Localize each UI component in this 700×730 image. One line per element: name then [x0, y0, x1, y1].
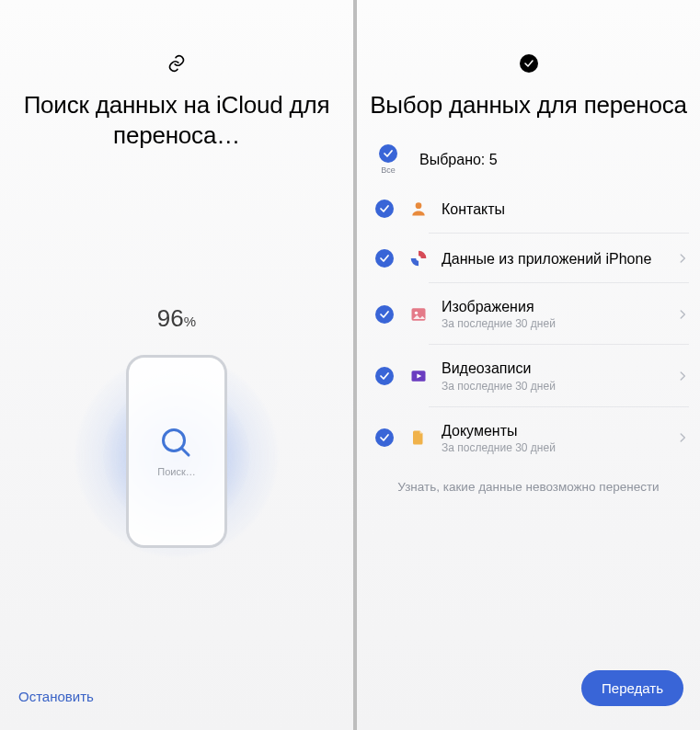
- svg-point-0: [416, 203, 422, 210]
- select-all-checkbox[interactable]: [379, 144, 397, 163]
- documents-icon: [408, 428, 429, 448]
- item-sub: За последние 30 дней: [442, 317, 663, 330]
- item-title: Документы: [442, 422, 663, 439]
- item-title: Данные из приложений iPhone: [442, 250, 663, 268]
- data-list: Контакты Данные из приложений iPhone: [357, 184, 700, 469]
- item-title: Видеозаписи: [442, 359, 663, 377]
- cannot-transfer-link[interactable]: Узнать, какие данные невозможно перенест…: [357, 480, 700, 494]
- checkbox-documents[interactable]: [375, 428, 394, 447]
- screen-search: Поиск данных на iCloud для переноса… 96%…: [0, 0, 353, 730]
- checkbox-videos[interactable]: [375, 367, 394, 385]
- progress-number: 96: [157, 304, 184, 332]
- screen-select-data: Выбор данных для переноса Все Выбрано: 5…: [357, 0, 700, 730]
- list-item-images[interactable]: Изображения За последние 30 дней: [357, 283, 700, 345]
- device-illustration: Поиск…: [75, 355, 278, 557]
- check-top-icon: [519, 53, 539, 74]
- chevron-right-icon: [676, 431, 689, 444]
- stop-button[interactable]: Остановить: [18, 689, 94, 704]
- phone-outline: Поиск…: [126, 355, 227, 548]
- item-sub: За последние 30 дней: [442, 441, 663, 454]
- select-all-sublabel: Все: [381, 165, 396, 175]
- selected-count: Выбрано: 5: [419, 152, 498, 168]
- chevron-right-icon: [676, 308, 689, 321]
- svg-point-1: [416, 257, 420, 261]
- item-title: Изображения: [442, 298, 663, 315]
- list-item-contacts[interactable]: Контакты: [357, 184, 700, 234]
- link-icon: [166, 53, 187, 74]
- item-sub: За последние 30 дней: [442, 380, 663, 393]
- app-data-icon: [408, 248, 429, 268]
- list-item-videos[interactable]: Видеозаписи За последние 30 дней: [357, 345, 700, 406]
- magnifier-icon: [159, 426, 194, 461]
- select-title: Выбор данных для переноса: [370, 90, 687, 120]
- list-item-iphone-apps[interactable]: Данные из приложений iPhone: [357, 234, 700, 283]
- progress-pct: %: [184, 314, 196, 329]
- select-all-row[interactable]: Все Выбрано: 5: [357, 120, 700, 184]
- checkbox-contacts[interactable]: [375, 200, 394, 218]
- checkbox-images[interactable]: [375, 305, 394, 324]
- chevron-right-icon: [676, 252, 689, 265]
- search-title: Поиск данных на iCloud для переноса…: [0, 90, 353, 152]
- videos-icon: [408, 366, 429, 386]
- searching-label: Поиск…: [157, 466, 195, 477]
- chevron-right-icon: [676, 370, 689, 382]
- svg-point-3: [415, 312, 418, 314]
- list-item-documents[interactable]: Документы За последние 30 дней: [357, 407, 700, 469]
- progress-value: 96%: [157, 304, 196, 333]
- images-icon: [408, 304, 429, 325]
- item-title: Контакты: [442, 200, 689, 218]
- checkbox-iphone-apps[interactable]: [375, 249, 394, 268]
- contacts-icon: [408, 199, 429, 219]
- transfer-button[interactable]: Передать: [581, 670, 683, 706]
